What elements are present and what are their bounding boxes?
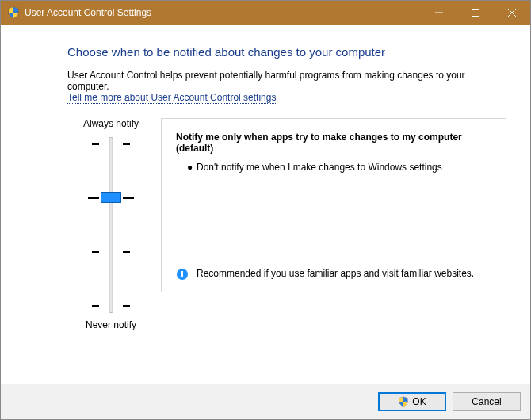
close-button[interactable]	[494, 1, 530, 25]
bullet-icon: ●	[187, 162, 197, 173]
uac-shield-icon	[7, 6, 20, 19]
ok-button[interactable]: OK	[378, 392, 446, 411]
recommendation: Recommended if you use familiar apps and…	[176, 268, 491, 281]
dialog-footer: OK Cancel	[1, 384, 530, 419]
description-panel: Notify me only when apps try to make cha…	[161, 118, 506, 292]
window-title: User Account Control Settings	[25, 7, 421, 18]
recommendation-text: Recommended if you use familiar apps and…	[197, 268, 474, 281]
window-controls	[421, 1, 530, 25]
panel-bullet: ● Don't notify me when I make changes to…	[187, 162, 491, 173]
svg-rect-6	[181, 271, 183, 273]
panel-bullet-text: Don't notify me when I make changes to W…	[197, 162, 442, 173]
svg-rect-5	[181, 273, 183, 277]
notification-slider: Always notify Never notify	[67, 118, 155, 330]
content-area: Choose when to be notified about changes…	[1, 25, 530, 330]
cancel-button[interactable]: Cancel	[453, 392, 521, 411]
slider-track	[109, 137, 113, 313]
ok-button-label: OK	[412, 396, 426, 407]
slider-label-top: Always notify	[67, 118, 155, 129]
slider-track-area[interactable]	[67, 137, 155, 311]
cancel-button-label: Cancel	[472, 396, 501, 407]
help-link[interactable]: Tell me more about User Account Control …	[67, 92, 276, 104]
maximize-button[interactable]	[457, 1, 494, 25]
intro-text: User Account Control helps prevent poten…	[67, 70, 506, 92]
info-icon	[176, 268, 189, 281]
slider-thumb[interactable]	[101, 192, 121, 203]
page-heading: Choose when to be notified about changes…	[67, 45, 506, 59]
minimize-button[interactable]	[421, 1, 457, 25]
uac-shield-icon	[398, 396, 409, 407]
svg-rect-1	[472, 10, 479, 17]
panel-title: Notify me only when apps try to make cha…	[176, 132, 491, 154]
slider-label-bottom: Never notify	[67, 319, 155, 330]
title-bar: User Account Control Settings	[1, 1, 530, 25]
